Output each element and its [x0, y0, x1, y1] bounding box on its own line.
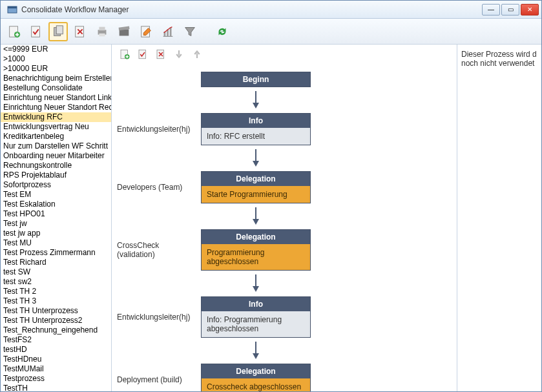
role-label: Developers (Team)	[117, 183, 201, 192]
step-moveup-button[interactable]	[189, 46, 205, 62]
sidebar-item[interactable]: TestMUMail	[1, 364, 111, 374]
close-icon: ✕	[527, 6, 532, 13]
flow-row: Entwicklungsleiter(hj)InfoInfo: RFC erst…	[117, 113, 457, 145]
sidebar-item[interactable]: Test TH Unterprozess	[1, 306, 111, 316]
sidebar-item[interactable]: Test TH 3	[1, 296, 111, 306]
arrow-down-icon	[251, 87, 261, 113]
flow-node-head: Delegation	[202, 172, 310, 186]
sidebar-item[interactable]: Test EM	[1, 190, 111, 200]
app-window: Consolidate Workflow Manager — ▭ ✕ <=999…	[0, 0, 542, 392]
sidebar-item[interactable]: RPS Projektablauf	[1, 170, 111, 180]
sidebar-item[interactable]: Rechnungskontrolle	[1, 161, 111, 170]
workflow-canvas[interactable]: BeginnEntwicklungsleiter(hj)InfoInfo: RF…	[112, 64, 457, 391]
svg-rect-19	[139, 50, 146, 59]
sidebar-item[interactable]: Test Richard	[1, 258, 111, 267]
body: <=9999 EUR>1000>10000 EURBenachrichtigun…	[1, 45, 541, 391]
step-save-button[interactable]	[135, 46, 151, 62]
save-button[interactable]	[26, 22, 46, 41]
flow-node[interactable]: DelegationCrosscheck abgeschlossen	[201, 364, 311, 391]
flow-node[interactable]: Beginn	[201, 72, 311, 87]
sidebar-item[interactable]: <=9999 EUR	[1, 45, 111, 54]
step-delete-button[interactable]	[153, 46, 169, 62]
sidebar-item[interactable]: Kreditkartenbeleg	[1, 132, 111, 141]
titlebar: Consolidate Workflow Manager — ▭ ✕	[1, 1, 541, 19]
sidebar-item[interactable]: Einrichtung Neuer Standort Rechte	[1, 103, 111, 112]
copy-button[interactable]	[48, 22, 68, 41]
sidebar-item[interactable]: Test Prozess Zimmermann	[1, 248, 111, 258]
sidebar-item[interactable]: Nur zum Darstellen WF Schritt	[1, 141, 111, 151]
canvas-toolbar	[112, 45, 457, 64]
window-controls: — ▭ ✕	[482, 4, 539, 15]
role-label: Deployment (build)	[117, 375, 201, 384]
arrow-down-icon	[251, 203, 261, 229]
sidebar-item[interactable]: Test MU	[1, 238, 111, 248]
filter-button[interactable]	[180, 22, 200, 41]
workflow-list[interactable]: <=9999 EUR>1000>10000 EURBenachrichtigun…	[1, 45, 112, 391]
sidebar-item[interactable]: Test jw	[1, 219, 111, 229]
sidebar-item[interactable]: Sofortprozess	[1, 180, 111, 190]
sidebar-item[interactable]: test jw app	[1, 229, 111, 238]
refresh-button[interactable]	[213, 22, 232, 41]
stats-button[interactable]	[158, 22, 178, 41]
sidebar-item[interactable]: Einrichtung neuer Standort Linker T	[1, 93, 111, 103]
sidebar-item[interactable]: Test_Rechnung_eingehend	[1, 325, 111, 335]
sidebar-item[interactable]: >1000	[1, 54, 111, 64]
sidebar-item[interactable]: Onboarding neuer Mitarbeiter	[1, 151, 111, 161]
flow-row: Developers (Team)DelegationStarte Progra…	[117, 171, 457, 203]
sidebar-item[interactable]: test sw2	[1, 277, 111, 287]
step-movedown-button[interactable]	[171, 46, 187, 62]
flow-row: Beginn	[117, 72, 457, 87]
clapper-button[interactable]	[114, 22, 134, 41]
window-title: Consolidate Workflow Manager	[21, 5, 482, 14]
close-button[interactable]: ✕	[521, 4, 539, 15]
arrow-down-icon	[251, 145, 261, 171]
flow-node-head: Info	[202, 114, 310, 128]
flow-node-body: Info: Programmierung abgeschlossen	[202, 311, 310, 337]
svg-rect-1	[8, 6, 17, 8]
flow-node-head: Info	[202, 297, 310, 311]
print-button[interactable]	[92, 22, 112, 41]
flow-row: CrossCheck (validation)DelegationProgram…	[117, 229, 457, 271]
role-label: CrossCheck (validation)	[117, 241, 201, 259]
flow-node[interactable]: InfoInfo: RFC erstellt	[201, 113, 311, 145]
app-icon	[7, 5, 17, 15]
sidebar-item[interactable]: Test Eskalation	[1, 200, 111, 209]
new-button[interactable]	[5, 22, 24, 41]
svg-rect-9	[99, 26, 105, 30]
flow-node[interactable]: InfoInfo: Programmierung abgeschlossen	[201, 296, 311, 338]
maximize-icon: ▭	[508, 6, 514, 13]
step-new-button[interactable]	[117, 46, 132, 62]
flow-node[interactable]: DelegationStarte Programmierung	[201, 171, 311, 203]
sidebar-item[interactable]: Benachrichtigung beim Erstellen	[1, 74, 111, 83]
sidebar-item[interactable]: Bestellung Consolidate	[1, 83, 111, 93]
maximize-button[interactable]: ▭	[501, 4, 519, 15]
role-label: Entwicklungsleiter(hj)	[117, 313, 201, 322]
svg-rect-10	[99, 33, 105, 36]
flow-node[interactable]: DelegationProgrammierung abgeschlossen	[201, 229, 311, 271]
flow-node-body: Programmierung abgeschlossen	[202, 244, 310, 270]
sidebar-item[interactable]: TestFS2	[1, 335, 111, 345]
sidebar-item[interactable]: Entwicklung RFC	[1, 112, 111, 122]
flow-node-body: Starte Programmierung	[202, 186, 310, 203]
flow-node-head: Delegation	[202, 364, 310, 378]
arrow-down-icon	[251, 338, 261, 364]
minimize-button[interactable]: —	[482, 4, 500, 15]
main-toolbar	[1, 19, 541, 45]
sidebar-item[interactable]: TestHDneu	[1, 355, 111, 364]
sidebar-item[interactable]: TestTH	[1, 384, 111, 391]
sidebar-item[interactable]: Test HPO01	[1, 209, 111, 219]
sidebar-item[interactable]: Testprozess	[1, 374, 111, 384]
edit-properties-button[interactable]	[136, 22, 156, 41]
sidebar-item[interactable]: Entwicklungsvertrag Neu	[1, 122, 111, 132]
sidebar-item[interactable]: Test TH Unterprozess2	[1, 316, 111, 325]
sidebar-item[interactable]: test SW	[1, 267, 111, 277]
sidebar-item[interactable]: >10000 EUR	[1, 64, 111, 74]
delete-button[interactable]	[70, 22, 90, 41]
flow-node-head: Delegation	[202, 230, 310, 244]
sidebar-item[interactable]: Test TH 2	[1, 287, 111, 296]
sidebar-item[interactable]: testHD	[1, 345, 111, 355]
svg-rect-6	[56, 25, 63, 34]
role-label: Entwicklungsleiter(hj)	[117, 125, 201, 134]
flow-node-head: Beginn	[202, 72, 310, 87]
flow-node-body: Crosscheck abgeschlossen	[202, 378, 310, 391]
